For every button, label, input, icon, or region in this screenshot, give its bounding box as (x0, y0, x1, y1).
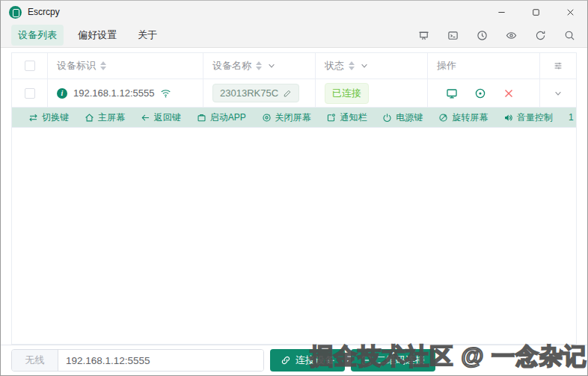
minimize-icon (497, 8, 506, 16)
chevron-down-icon[interactable] (267, 61, 276, 70)
back-arrow-icon (141, 113, 150, 123)
maximize-icon (532, 8, 540, 16)
control-launch-app[interactable]: 启动APP (197, 111, 246, 124)
address-input-group: 无线 (11, 349, 264, 372)
minimize-button[interactable] (484, 1, 518, 23)
device-row: 192.168.1.12:5555 23013RK75C 已连接 (12, 79, 576, 108)
tab-preferences[interactable]: 偏好设置 (71, 25, 123, 46)
device-id-cell: 192.168.1.12:5555 (48, 79, 203, 107)
header-select-cell (12, 53, 48, 78)
mirror-monitor-icon (446, 87, 458, 99)
device-control-bar: 切换键 主屏幕 返回键 启动APP 关闭屏幕 (12, 108, 576, 128)
info-icon[interactable] (57, 88, 67, 99)
status-badge: 已连接 (325, 83, 369, 104)
qr-scan-icon (361, 355, 372, 366)
presentation-board-icon[interactable] (418, 30, 429, 41)
control-rotate[interactable]: 旋转屏幕 (438, 111, 488, 124)
row-checkbox[interactable] (25, 88, 35, 99)
edit-pencil-icon[interactable] (283, 89, 292, 98)
select-all-checkbox[interactable] (25, 61, 35, 71)
header-column-settings[interactable] (540, 53, 576, 78)
status-cell: 已连接 (316, 79, 428, 107)
address-input[interactable] (58, 350, 263, 371)
device-list-panel: 设备标识 设备名称 状态 操作 (1, 48, 587, 345)
visibility-icon[interactable] (506, 30, 517, 41)
table-empty-area (12, 128, 576, 345)
sort-carets-icon[interactable] (100, 61, 106, 70)
tab-about[interactable]: 关于 (131, 25, 164, 46)
chevron-down-icon (554, 89, 563, 98)
header-operation: 操作 (428, 53, 540, 78)
control-notification[interactable]: 通知栏 (326, 111, 367, 124)
disconnect-button[interactable] (503, 87, 515, 99)
screen-off-icon (262, 113, 272, 123)
control-volume[interactable]: 音量控制 (503, 111, 553, 124)
sort-carets-icon[interactable] (256, 61, 262, 70)
row-select-cell (12, 79, 48, 107)
power-icon (382, 113, 392, 123)
control-home[interactable]: 主屏幕 (85, 111, 125, 124)
control-back[interactable]: 返回键 (141, 111, 181, 124)
rotate-icon (438, 113, 448, 123)
record-button[interactable] (474, 87, 486, 99)
volume-icon (503, 113, 513, 123)
device-name-cell: 23013RK75C (203, 79, 316, 107)
close-icon (566, 8, 575, 16)
control-screen-off[interactable]: 关闭屏幕 (262, 111, 311, 124)
window-title: Escrcpy (28, 7, 60, 17)
tabbar: 设备列表 偏好设置 关于 (1, 23, 587, 48)
disconnect-x-icon (503, 87, 515, 99)
header-device-id[interactable]: 设备标识 (48, 53, 203, 78)
connection-mode-select[interactable]: 无线 (12, 350, 58, 371)
home-icon (85, 113, 94, 123)
tabbar-icon-group (418, 30, 575, 41)
connect-device-button[interactable]: 连接设备 (270, 349, 345, 372)
app-logo-icon (9, 6, 22, 19)
notification-icon (326, 113, 336, 123)
control-bar-overflow: 1 (569, 112, 575, 123)
control-power[interactable]: 电源键 (382, 111, 423, 124)
wifi-icon (160, 87, 171, 99)
refresh-icon[interactable] (535, 30, 546, 41)
chevron-down-icon[interactable] (360, 61, 369, 70)
history-icon[interactable] (477, 30, 488, 41)
tab-device-list[interactable]: 设备列表 (11, 25, 64, 46)
footer-connect-bar: 无线 连接设备 二维码连接 (1, 345, 587, 375)
device-name-text: 23013RK75C (220, 87, 278, 99)
column-settings-icon (553, 61, 563, 71)
header-device-name[interactable]: 设备名称 (203, 53, 316, 78)
app-window: Escrcpy 设备列表 偏好设置 关于 (0, 0, 588, 376)
app-box-icon (197, 113, 206, 123)
control-switch-key[interactable]: 切换键 (28, 111, 69, 124)
link-icon (281, 355, 291, 366)
device-table: 设备标识 设备名称 状态 操作 (11, 52, 577, 345)
record-icon (474, 87, 486, 99)
device-id-text: 192.168.1.12:5555 (73, 87, 154, 99)
terminal-icon[interactable] (447, 30, 459, 41)
start-mirror-button[interactable] (446, 87, 458, 99)
close-button[interactable] (553, 1, 587, 23)
expand-row-cell[interactable] (540, 79, 576, 107)
search-icon[interactable] (564, 30, 575, 41)
sort-carets-icon[interactable] (349, 61, 355, 70)
titlebar: Escrcpy (1, 1, 587, 23)
operation-cell (428, 79, 540, 107)
device-name-tag[interactable]: 23013RK75C (212, 84, 299, 102)
header-status[interactable]: 状态 (316, 53, 428, 78)
qr-connect-button[interactable]: 二维码连接 (351, 349, 435, 372)
switch-icon (28, 113, 38, 123)
maximize-button[interactable] (518, 1, 553, 23)
table-header-row: 设备标识 设备名称 状态 操作 (12, 53, 576, 79)
